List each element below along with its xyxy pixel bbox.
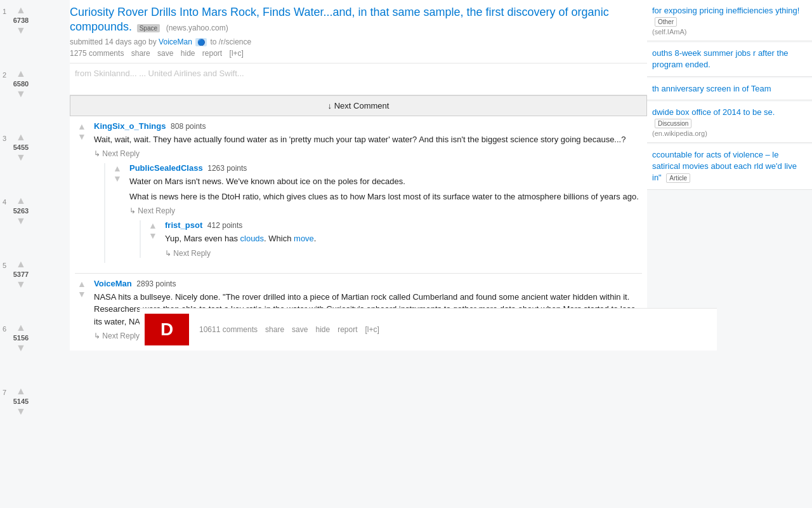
post-domain: (news.yahoo.com) <box>166 23 228 32</box>
comment-text-1: Wait, wait, wait. They have actually fou… <box>94 133 642 146</box>
next-reply-1[interactable]: ↳ Next Reply <box>94 149 140 158</box>
comment-text-1-1b: What is news here is the DtoH ratio, whi… <box>129 190 642 203</box>
comment-block-1: ▲ ▼ KingSix_o_Things 808 points Wait, wa… <box>75 121 642 268</box>
vote-col-3: ▲ 5455 ▼ <box>11 132 30 163</box>
comment-vote-col-1-1-1: ▲ ▼ <box>146 220 160 258</box>
comment-upvote-1[interactable]: ▲ <box>77 121 86 131</box>
score-1: 6738 <box>13 17 29 24</box>
listing-item-3: 3 ▲ 5455 ▼ <box>0 127 70 190</box>
comment-vote-col-2: ▲ ▼ <box>75 279 89 341</box>
comment-text-mid: . Which <box>264 234 294 243</box>
score-6: 5156 <box>13 334 29 342</box>
comment-author-1[interactable]: KingSix_o_Things <box>94 121 166 131</box>
downvote-4[interactable]: ▼ <box>16 216 26 226</box>
comment-downvote-1-1-1[interactable]: ▼ <box>148 231 157 241</box>
post-author-link[interactable]: VoiceMan <box>159 37 192 46</box>
bottom-comments-link[interactable]: 10611 comments <box>199 325 258 334</box>
comment-text-before: Yup, Mars even has <box>165 234 240 243</box>
bottom-extra-link[interactable]: [l+c] <box>365 325 379 334</box>
right-column: for exposing pricing inefficiencies ythi… <box>647 0 812 191</box>
right-item-1-title-row: for exposing pricing inefficiencies ythi… <box>652 5 807 27</box>
upvote-4[interactable]: ▲ <box>16 196 26 206</box>
comment-upvote-2[interactable]: ▲ <box>77 279 86 289</box>
right-item-4-link[interactable]: dwide box office of 2014 to be se. <box>652 107 775 117</box>
rank-4: 4 <box>3 198 11 206</box>
right-item-3-link[interactable]: th anniversary screen in of Team <box>652 84 771 93</box>
deep-nested-comment-1: ▲ ▼ frist_psot 412 points Yup, Mars even… <box>140 220 642 258</box>
post-submitted-text: submitted 14 days ago by <box>70 37 157 46</box>
thumbnail-letter: D <box>160 319 173 340</box>
bottom-hide-link[interactable]: hide <box>315 325 330 334</box>
upvote-7[interactable]: ▲ <box>16 386 26 396</box>
listing-item-1: 1 ▲ 6738 ▼ <box>0 0 70 64</box>
right-item-5: ccountable for acts of violence – le sat… <box>647 144 812 190</box>
score-3: 5455 <box>13 144 29 151</box>
comment-author-2[interactable]: VoiceMan <box>94 279 132 288</box>
right-item-2-link[interactable]: ouths 8-week summer jobs r after the pro… <box>652 48 789 69</box>
right-item-4-meta: (en.wikipedia.org) <box>652 130 807 137</box>
listing-item-5: 5 ▲ 5377 ▼ <box>0 254 70 318</box>
page-wrapper: 1 ▲ 6738 ▼ 2 ▲ 6580 ▼ 3 ▲ 5455 ▼ 4 <box>0 0 812 508</box>
bottom-share-link[interactable]: share <box>265 325 284 334</box>
comment-vote-col-1: ▲ ▼ <box>75 121 89 268</box>
comment-points-1: 808 points <box>171 122 206 131</box>
post-item: Curiosity Rover Drills Into Mars Rock, F… <box>70 0 647 64</box>
save-link[interactable]: save <box>157 49 173 58</box>
extra-link[interactable]: [l+c] <box>230 49 244 58</box>
next-reply-1-1-1[interactable]: ↳ Next Reply <box>165 249 211 258</box>
vote-col-6: ▲ 5156 ▼ <box>11 323 30 353</box>
right-item-2: ouths 8-week summer jobs r after the pro… <box>647 43 812 76</box>
listing-item-4: 4 ▲ 5263 ▼ <box>0 190 70 254</box>
hide-link[interactable]: hide <box>181 49 195 58</box>
report-link[interactable]: report <box>202 49 222 58</box>
downvote-2[interactable]: ▼ <box>16 89 26 99</box>
comment-downvote-2[interactable]: ▼ <box>77 289 86 299</box>
thumbnail-box: D <box>145 314 189 345</box>
user-flair: 🔵 <box>195 38 207 46</box>
comment-text-1-1a: Water on Mars isn't news. We've known ab… <box>129 175 642 188</box>
rank-2: 2 <box>3 71 11 79</box>
next-reply-2[interactable]: ↳ Next Reply <box>94 331 140 340</box>
vote-col-1: ▲ 6738 ▼ <box>11 5 30 36</box>
upvote-1[interactable]: ▲ <box>16 5 26 15</box>
comment-downvote-1-1[interactable]: ▼ <box>113 173 122 184</box>
comment-author-1-1-1[interactable]: frist_psot <box>165 220 202 230</box>
share-link[interactable]: share <box>131 49 150 58</box>
rank-1: 1 <box>3 8 11 15</box>
bottom-report-link[interactable]: report <box>337 325 357 334</box>
post-subreddit-text: to /r/science <box>211 37 252 46</box>
comment-upvote-1-1[interactable]: ▲ <box>113 163 122 173</box>
comment-points-1-1: 1263 points <box>207 164 247 173</box>
vote-col-5: ▲ 5377 ▼ <box>11 259 30 290</box>
right-item-1: for exposing pricing inefficiencies ythi… <box>647 0 812 41</box>
downvote-6[interactable]: ▼ <box>16 343 26 353</box>
downvote-3[interactable]: ▼ <box>16 152 26 163</box>
next-reply-1-1[interactable]: ↳ Next Reply <box>129 206 175 215</box>
comment-downvote-1[interactable]: ▼ <box>77 131 86 142</box>
post-meta: submitted 14 days ago by VoiceMan 🔵 to /… <box>70 37 642 46</box>
downvote-1[interactable]: ▼ <box>16 25 26 36</box>
move-link[interactable]: move <box>294 234 314 243</box>
upvote-5[interactable]: ▲ <box>16 259 26 269</box>
comment-upvote-1-1-1[interactable]: ▲ <box>148 220 157 231</box>
comment-points-2: 2893 points <box>136 279 176 288</box>
right-item-4-title-row: dwide box office of 2014 to be se. Discu… <box>652 107 807 128</box>
comment-body-1: KingSix_o_Things 808 points Wait, wait, … <box>94 121 642 268</box>
upvote-2[interactable]: ▲ <box>16 69 26 79</box>
upvote-6[interactable]: ▲ <box>16 323 26 333</box>
rank-6: 6 <box>3 325 11 333</box>
next-comment-bar[interactable]: ↓ Next Comment <box>70 95 647 116</box>
comment-author-1-1[interactable]: PublicSealedClass <box>129 163 203 173</box>
comments-link[interactable]: 1275 comments <box>70 49 124 58</box>
bottom-save-link[interactable]: save <box>292 325 308 334</box>
upvote-3[interactable]: ▲ <box>16 132 26 142</box>
clouds-link[interactable]: clouds <box>240 234 265 243</box>
comment-vote-col-1-1: ▲ ▼ <box>110 163 124 263</box>
right-item-4-tag: Discussion <box>655 119 691 128</box>
post-space-badge: Space <box>137 24 160 32</box>
right-item-1-meta: (self.IAmA) <box>652 28 807 36</box>
downvote-7[interactable]: ▼ <box>16 406 26 417</box>
comment-block-1-1-1: ▲ ▼ frist_psot 412 points Yup, Mars even… <box>146 220 642 258</box>
downvote-5[interactable]: ▼ <box>16 279 26 290</box>
right-item-1-link[interactable]: for exposing pricing inefficiencies ythi… <box>652 6 799 15</box>
